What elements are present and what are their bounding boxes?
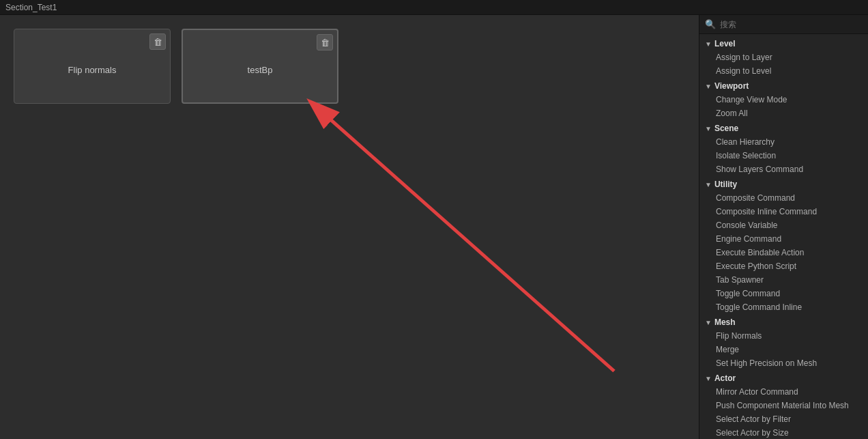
delete-card-testbp-button[interactable]: 🗑 xyxy=(317,34,333,51)
tree-item-show-layers-command[interactable]: Show Layers Command xyxy=(699,162,868,176)
tree-item-tab-spawner[interactable]: Tab Spawner xyxy=(699,273,868,287)
delete-card-flip-normals-button[interactable]: 🗑 xyxy=(149,33,166,50)
tree-group-label-scene: Scene xyxy=(714,124,738,133)
chevron-utility: ▼ xyxy=(705,181,712,188)
tree-group-label-mesh: Mesh xyxy=(714,317,736,327)
card-testbp[interactable]: 🗑 testBp xyxy=(182,29,338,104)
tree-group-viewport: ▼ViewportChange View ModeZoom All xyxy=(699,79,868,120)
chevron-mesh: ▼ xyxy=(705,319,712,326)
tree-item-toggle-command[interactable]: Toggle Command xyxy=(699,287,868,300)
search-input[interactable] xyxy=(720,20,863,29)
tree-group-utility: ▼UtilityComposite CommandComposite Inlin… xyxy=(699,178,868,314)
trash-icon: 🗑 xyxy=(154,37,162,47)
card-container: 🗑 Flip normals 🗑 testBp xyxy=(0,15,699,117)
tree-group-header-level[interactable]: ▼Level xyxy=(699,37,868,51)
right-panel: 🔍 ▼LevelAssign to LayerAssign to Level▼V… xyxy=(699,15,868,439)
tree-group-scene: ▼SceneClean HierarchyIsolate SelectionSh… xyxy=(699,122,868,176)
tree-group-actor: ▼ActorMirror Actor CommandPush Component… xyxy=(699,371,868,439)
tree-item-zoom-all[interactable]: Zoom All xyxy=(699,107,868,120)
chevron-scene: ▼ xyxy=(705,125,712,132)
card-testbp-label: testBp xyxy=(248,65,273,75)
tree-item-set-high-precision-on-mesh[interactable]: Set High Precision on Mesh xyxy=(699,356,868,370)
tree-item-console-variable[interactable]: Console Variable xyxy=(699,218,868,232)
chevron-actor: ▼ xyxy=(705,375,712,382)
tree-item-engine-command[interactable]: Engine Command xyxy=(699,232,868,246)
tree-group-label-level: Level xyxy=(714,39,736,48)
tab-title: Section_Test1 xyxy=(5,3,57,12)
tree-item-assign-to-level[interactable]: Assign to Level xyxy=(699,64,868,78)
tree-panel: ▼LevelAssign to LayerAssign to Level▼Vie… xyxy=(699,34,868,439)
tree-item-select-actor-by-filter[interactable]: Select Actor by Filter xyxy=(699,412,868,426)
chevron-level: ▼ xyxy=(705,40,712,48)
tree-item-select-actor-by-size[interactable]: Select Actor by Size xyxy=(699,426,868,439)
tree-group-label-viewport: Viewport xyxy=(714,81,749,91)
tree-group-label-actor: Actor xyxy=(714,373,736,383)
svg-line-1 xyxy=(324,114,614,371)
tree-item-execute-bindable-action[interactable]: Execute Bindable Action xyxy=(699,246,868,259)
tree-group-header-utility[interactable]: ▼Utility xyxy=(699,178,868,191)
tree-item-toggle-command-inline[interactable]: Toggle Command Inline xyxy=(699,300,868,314)
tree-group-mesh: ▼MeshFlip NormalsMergeSet High Precision… xyxy=(699,315,868,370)
tree-item-isolate-selection[interactable]: Isolate Selection xyxy=(699,149,868,162)
tree-item-assign-to-layer[interactable]: Assign to Layer xyxy=(699,51,868,64)
chevron-viewport: ▼ xyxy=(705,83,712,90)
tree-item-composite-inline-command[interactable]: Composite Inline Command xyxy=(699,205,868,218)
tree-item-push-component-material-into-mesh[interactable]: Push Component Material Into Mesh xyxy=(699,399,868,412)
card-flip-normals[interactable]: 🗑 Flip normals xyxy=(14,29,171,104)
tree-item-flip-normals[interactable]: Flip Normals xyxy=(699,329,868,343)
top-bar: Section_Test1 xyxy=(0,0,868,15)
tree-item-execute-python-script[interactable]: Execute Python Script xyxy=(699,259,868,273)
tree-group-header-mesh[interactable]: ▼Mesh xyxy=(699,315,868,329)
tree-group-level: ▼LevelAssign to LayerAssign to Level xyxy=(699,37,868,78)
tree-item-merge[interactable]: Merge xyxy=(699,343,868,356)
trash-icon-2: 🗑 xyxy=(321,38,330,48)
tree-group-header-actor[interactable]: ▼Actor xyxy=(699,371,868,385)
canvas-area: 🗑 Flip normals 🗑 testBp xyxy=(0,15,699,439)
search-bar: 🔍 xyxy=(699,15,868,34)
tree-group-header-viewport[interactable]: ▼Viewport xyxy=(699,79,868,93)
tree-item-change-view-mode[interactable]: Change View Mode xyxy=(699,93,868,107)
tree-item-composite-command[interactable]: Composite Command xyxy=(699,191,868,205)
tree-item-mirror-actor-command[interactable]: Mirror Actor Command xyxy=(699,385,868,399)
search-icon: 🔍 xyxy=(705,19,716,29)
tree-group-label-utility: Utility xyxy=(714,180,737,189)
tree-item-clean-hierarchy[interactable]: Clean Hierarchy xyxy=(699,135,868,149)
card-flip-normals-label: Flip normals xyxy=(68,65,117,75)
tree-group-header-scene[interactable]: ▼Scene xyxy=(699,122,868,135)
main-layout: 🗑 Flip normals 🗑 testBp xyxy=(0,15,868,439)
